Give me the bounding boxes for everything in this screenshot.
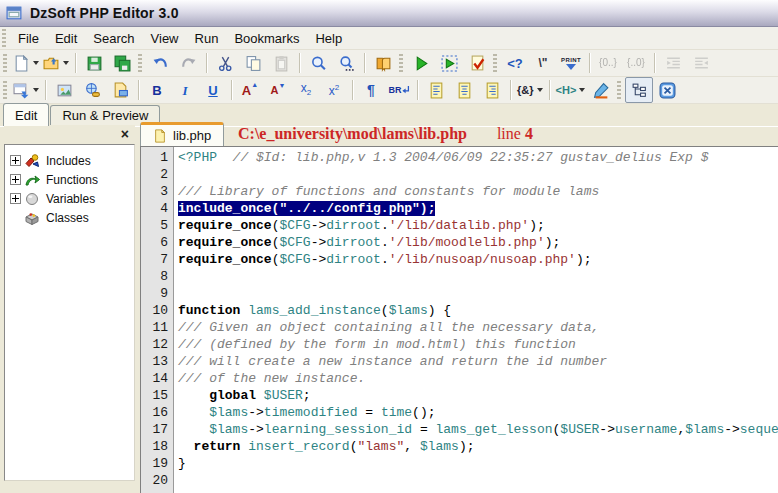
- insert-image-button[interactable]: [50, 77, 78, 103]
- code-editor[interactable]: 1<?PHP // $Id: lib.php,v 1.3 2004/06/09 …: [140, 146, 778, 493]
- expand-toggle[interactable]: [10, 193, 21, 204]
- toolbar-grip[interactable]: [399, 54, 403, 72]
- code-line-3: 3/// Library of functions and constants …: [141, 183, 778, 200]
- line-break-button[interactable]: BR: [385, 77, 413, 103]
- save-all-button[interactable]: [108, 50, 136, 76]
- dropdown-arrow-icon[interactable]: [33, 88, 39, 92]
- menu-bookmarks[interactable]: Bookmarks: [226, 28, 307, 49]
- toolbar-grip[interactable]: [138, 54, 142, 72]
- classes-icon: [24, 210, 42, 226]
- file-tab-libphp[interactable]: lib.php: [140, 122, 224, 146]
- undo-button[interactable]: [146, 50, 174, 76]
- toolbar-grip[interactable]: [3, 81, 7, 99]
- annotation-line-number: 4: [525, 125, 533, 142]
- save-all-icon: [114, 55, 131, 72]
- explorer-item-variables[interactable]: Variables: [5, 189, 134, 208]
- close-explorer-button[interactable]: ×: [121, 127, 129, 141]
- redo-button[interactable]: [174, 50, 202, 76]
- subscript-button[interactable]: x2: [292, 77, 320, 103]
- open-file-button[interactable]: [41, 50, 71, 76]
- bold-button[interactable]: B: [143, 77, 171, 103]
- toolbar-separator: [510, 80, 511, 100]
- pilcrow-button[interactable]: ¶: [357, 77, 385, 103]
- line-number: 12: [141, 336, 174, 353]
- escape-quotes-button[interactable]: \": [529, 50, 557, 76]
- print-button[interactable]: PRINT: [557, 50, 585, 76]
- line-number: 3: [141, 183, 174, 200]
- find-next-button[interactable]: [332, 50, 360, 76]
- toolbar-grip[interactable]: [617, 81, 621, 99]
- indent-button: [659, 50, 687, 76]
- toolbar-separator: [138, 80, 139, 100]
- insert-form-button[interactable]: [11, 77, 41, 103]
- toolbar-separator: [45, 80, 46, 100]
- dropdown-arrow-icon[interactable]: [537, 88, 543, 92]
- dropdown-arrow-icon[interactable]: [579, 88, 585, 92]
- dropdown-arrow-icon[interactable]: [63, 61, 69, 65]
- menu-file[interactable]: File: [10, 28, 47, 49]
- code-line-12: 12/// (defined by the form in mod.html) …: [141, 336, 778, 353]
- find-button[interactable]: [304, 50, 332, 76]
- menu-run[interactable]: Run: [187, 28, 227, 49]
- dropdown-arrow-icon[interactable]: [33, 61, 39, 65]
- close-editor-button[interactable]: [653, 77, 681, 103]
- menu-edit[interactable]: Edit: [47, 28, 85, 49]
- menubar-grip[interactable]: [2, 29, 6, 47]
- toolbar-separator: [549, 80, 550, 100]
- explorer-item-functions[interactable]: Functions: [5, 170, 134, 189]
- new-file-button[interactable]: [11, 50, 41, 76]
- highlight-pen-button[interactable]: [587, 77, 615, 103]
- insert-file-link-button[interactable]: [106, 77, 134, 103]
- menu-search[interactable]: Search: [85, 28, 142, 49]
- explorer-item-classes[interactable]: Classes: [5, 208, 134, 227]
- php-tags-button[interactable]: <?: [501, 50, 529, 76]
- help-book-button[interactable]: [369, 50, 397, 76]
- html-tag-button[interactable]: <H>: [554, 77, 588, 103]
- line-number: 18: [141, 438, 174, 455]
- superscript-button[interactable]: x2: [320, 77, 348, 103]
- special-char-button[interactable]: {&}: [515, 77, 545, 103]
- functions-icon: [24, 172, 42, 188]
- menu-help[interactable]: Help: [307, 28, 350, 49]
- toolbar-separator: [654, 53, 655, 73]
- paste-icon: [273, 55, 290, 72]
- open-file-icon: [43, 55, 60, 72]
- font-decrease-button[interactable]: A▼: [264, 77, 292, 103]
- cut-button[interactable]: [211, 50, 239, 76]
- tab-edit[interactable]: Edit: [3, 103, 49, 126]
- includes-icon: [24, 153, 42, 169]
- run-button[interactable]: [407, 50, 435, 76]
- explorer-item-includes[interactable]: Includes: [5, 151, 134, 170]
- expand-toggle[interactable]: [10, 155, 21, 166]
- run-selection-button[interactable]: [435, 50, 463, 76]
- insert-link-icon: [84, 82, 101, 99]
- check-syntax-button[interactable]: [463, 50, 491, 76]
- code-explorer-button[interactable]: [625, 77, 653, 103]
- list-align-left-button[interactable]: [422, 77, 450, 103]
- superscript-icon: x2: [329, 84, 339, 97]
- list-align-center-button[interactable]: [450, 77, 478, 103]
- insert-link-button[interactable]: [78, 77, 106, 103]
- toolbar-grip[interactable]: [3, 54, 7, 72]
- underline-button[interactable]: U: [199, 77, 227, 103]
- save-button[interactable]: [80, 50, 108, 76]
- code-line-15: 15 global $USER;: [141, 387, 778, 404]
- code-line-17: 17 $lams->learning_session_id = lams_get…: [141, 421, 778, 438]
- redo-icon: [180, 55, 197, 72]
- expand-toggle[interactable]: [10, 174, 21, 185]
- special-char-icon: {&}: [517, 85, 534, 96]
- code-line-16: 16 $lams->timemodified = time();: [141, 404, 778, 421]
- list-align-right-icon: [484, 82, 501, 99]
- toolbar-grip[interactable]: [493, 54, 497, 72]
- find-icon: [310, 55, 327, 72]
- save-icon: [86, 55, 103, 72]
- app-icon: [6, 5, 23, 22]
- font-increase-button[interactable]: A▲: [236, 77, 264, 103]
- copy-button[interactable]: [239, 50, 267, 76]
- escape-quotes-icon: \": [538, 57, 547, 69]
- list-align-right-button[interactable]: [478, 77, 506, 103]
- line-number: 8: [141, 268, 174, 285]
- insert-image-icon: [56, 82, 73, 99]
- italic-button[interactable]: I: [171, 77, 199, 103]
- menu-view[interactable]: View: [143, 28, 187, 49]
